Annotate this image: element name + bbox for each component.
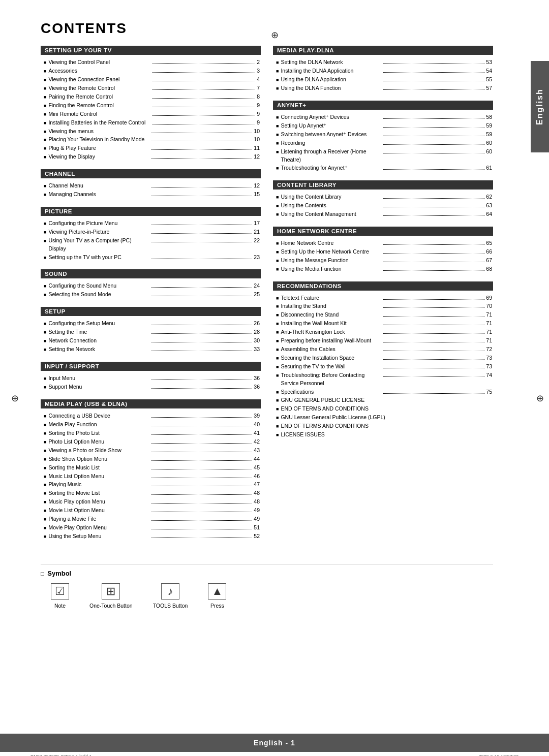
item-page: 48 [254, 489, 260, 497]
item-text: Specifications [281, 388, 382, 396]
bullet-icon: ■ [276, 372, 279, 380]
list-item: ■Finding the Remote Control9 [43, 101, 261, 110]
section-header: SETTING UP YOUR TV [41, 46, 261, 55]
item-text: Setting up the TV with your PC [48, 253, 149, 261]
symbol-row: ☑Note⊞One-Touch Button♪TOOLS Button▲Pres… [41, 583, 493, 609]
item-page: 40 [254, 420, 260, 428]
bullet-icon: ■ [276, 114, 279, 121]
crosshair-top-icon: ⊕ [271, 29, 279, 41]
item-text: Using the DLNA Application [281, 75, 382, 83]
item-dots [383, 136, 484, 136]
list-item: ■Securing the Installation Space73 [275, 354, 493, 362]
item-text: Playing Music [48, 480, 149, 488]
item-text: Sorting the Photo List [48, 429, 149, 437]
list-item: ■Viewing a Photo or Slide Show43 [43, 446, 261, 455]
footer-language-bar: English - 1 [0, 734, 549, 752]
item-page: 75 [486, 388, 492, 396]
page-title: CONTENTS [41, 20, 493, 37]
section-header: SOUND [41, 269, 261, 278]
section-header: MEDIA PLAY (USB & DLNA) [41, 399, 261, 408]
item-text: Network Connection [48, 336, 149, 344]
item-dots [383, 325, 484, 325]
symbol-icon: ☑ [51, 583, 69, 600]
item-text: Using the Setup Menu [48, 532, 149, 540]
item-page: 36 [254, 383, 260, 391]
item-text: Support Menu [48, 383, 149, 391]
section-items: ■Home Network Centre65■Setting Up the Ho… [273, 238, 493, 274]
item-dots [151, 158, 252, 159]
item-dots [383, 368, 484, 368]
item-dots [152, 107, 255, 107]
item-dots [383, 144, 484, 145]
symbol-icon: ⊞ [102, 583, 120, 600]
bullet-icon: ■ [276, 406, 279, 413]
bullet-icon: ■ [44, 137, 46, 144]
bullet-icon: ■ [44, 255, 46, 262]
section-content-library: CONTENT LIBRARY■Using the Content Librar… [273, 180, 493, 219]
bullet-icon: ■ [276, 266, 279, 273]
list-item: ■Pairing the Remote Control8 [43, 92, 261, 101]
item-page: 33 [254, 345, 260, 353]
list-item: ■Channel Menu12 [43, 181, 261, 190]
list-item: ■LICENSE ISSUES [275, 430, 493, 439]
bullet-icon: ■ [44, 384, 46, 391]
list-item: ■Viewing the Connection Panel4 [43, 75, 261, 84]
list-item: ■Playing Music47 [43, 480, 261, 489]
item-text: GNU GENERAL PUBLIC LICENSE [281, 396, 364, 404]
item-text: Using the Content Library [281, 193, 382, 201]
item-text: Assembling the Cables [281, 345, 382, 353]
item-dots [151, 388, 252, 389]
list-item: ■Placing Your Television in Standby Mode… [43, 135, 261, 144]
section-recommendations: RECOMMENDATIONS■Teletext Feature69■Insta… [273, 281, 493, 440]
item-page: 11 [254, 144, 260, 152]
section-anynet-: ANYNET+■Connecting Anynet⁺ Devices58■Set… [273, 101, 493, 173]
bullet-icon: ■ [276, 346, 279, 354]
item-dots [151, 342, 252, 342]
main-content: CONTENTS SETTING UP YOUR TV■Viewing the … [41, 20, 518, 609]
item-page: 43 [254, 446, 260, 454]
item-text: Home Network Centre [281, 239, 382, 247]
symbol-icon: ♪ [161, 583, 179, 600]
right-column: MEDIA PLAY-DLNA■Setting the DLNA Network… [273, 46, 493, 549]
list-item: ■Playing a Movie File49 [43, 515, 261, 523]
bullet-icon: ■ [44, 238, 46, 245]
item-page: 45 [254, 463, 260, 471]
item-dots [383, 253, 484, 254]
item-text: Setting the DLNA Network [281, 58, 382, 66]
item-dots [152, 81, 255, 81]
item-dots [151, 149, 252, 150]
item-page: 69 [486, 294, 492, 302]
item-dots [151, 296, 252, 296]
bullet-icon: ■ [276, 312, 279, 319]
item-dots [151, 417, 252, 418]
list-item: ■END OF TERMS AND CONDITIONS [275, 404, 493, 413]
list-item: ■Configuring the Setup Menu26 [43, 319, 261, 328]
item-text: Viewing Picture-in-Picture [48, 228, 149, 236]
item-page: 46 [254, 472, 260, 480]
list-item: ■Setting up the TV with your PC23 [43, 253, 261, 262]
section-input-support: INPUT / SUPPORT■Input Menu36■Support Men… [41, 362, 261, 392]
section-header: ANYNET+ [273, 101, 493, 110]
item-text: Finding the Remote Control [48, 101, 151, 109]
item-text: Using Your TV as a Computer (PC) Display [48, 236, 149, 253]
item-page: 59 [486, 130, 492, 138]
item-text: Managing Channels [48, 190, 149, 198]
list-item: ■Setting Up Anynet⁺59 [275, 121, 493, 130]
list-item: ■Viewing the Remote Control7 [43, 84, 261, 92]
list-item: ■Music List Option Menu46 [43, 472, 261, 481]
symbol-item: ▲Press [208, 583, 226, 609]
section-items: ■Configuring the Setup Menu26■Setting th… [41, 318, 261, 355]
item-page: 64 [486, 210, 492, 218]
footer-meta: BN68-02330E-00Eng-1.indd 1 2009-6-10 17:… [0, 752, 549, 756]
section-media-play-usb-dlna-: MEDIA PLAY (USB & DLNA)■Connecting a USB… [41, 399, 261, 542]
item-page: 66 [486, 247, 492, 256]
section-items: ■Viewing the Control Panel2■Accessories3… [41, 57, 261, 162]
item-page: 17 [254, 219, 260, 227]
bullet-icon: ■ [44, 59, 46, 67]
section-setup: SETUP■Configuring the Setup Menu26■Setti… [41, 307, 261, 355]
item-text: Setting the Time [48, 328, 149, 336]
item-page: 65 [486, 239, 492, 247]
item-text: Viewing the Remote Control [48, 84, 151, 92]
bullet-icon: ■ [276, 249, 279, 256]
item-text: Using the Content Management [281, 210, 382, 218]
